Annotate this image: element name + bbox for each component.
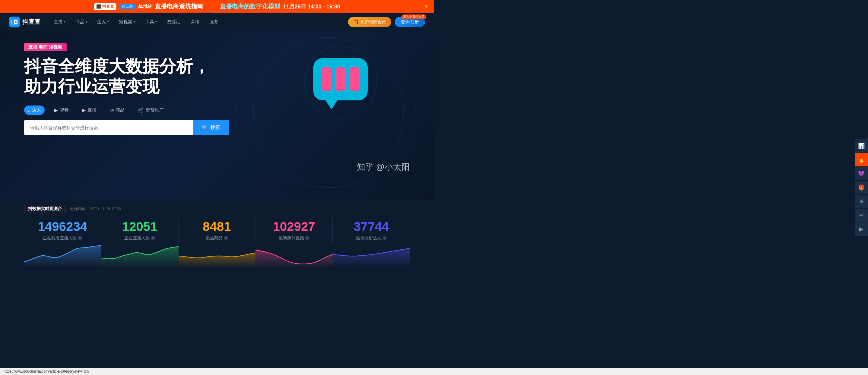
nav-resources[interactable]: 资源汇 <box>162 17 185 27</box>
stat-viral-video-label: 最新飙升视频 ? <box>261 236 326 241</box>
hot-product-help-icon[interactable]: ? <box>224 236 228 240</box>
watermark: 知乎 @小太阳 <box>357 161 410 173</box>
nav-tools[interactable]: 工具 ▾ <box>141 17 161 27</box>
hero-section: 直播 电商 短视频 抖音全维度大数据分析， 助力行业运营变现 ♪ 达人 ▶ 视频… <box>0 31 434 200</box>
stat-hot-product: 8481 最热商品 ? <box>179 217 256 244</box>
announce-main: 直播电商避坑指南 <box>155 2 203 10</box>
hero-content: 直播 电商 短视频 抖音全维度大数据分析， 助力行业运营变现 ♪ 达人 ▶ 视频… <box>24 43 235 135</box>
chart-viral <box>255 244 333 268</box>
new-user-badge: 新人免费领会员 <box>401 14 426 19</box>
nav-talent[interactable]: 达人 ▾ <box>93 17 113 27</box>
tab-video[interactable]: ▶ 视频 <box>51 105 72 115</box>
nav-short-video-arrow: ▾ <box>134 20 135 24</box>
svg-rect-5 <box>321 67 332 91</box>
chart-hot-product <box>179 244 256 268</box>
stat-live-number: 12051 <box>107 220 172 233</box>
vip-button[interactable]: 🎁 免费领取会员 <box>348 17 391 27</box>
hero-tags: 直播 电商 短视频 <box>24 43 235 51</box>
announce-logo-icon: ⬛ <box>96 4 101 9</box>
search-box: 🔍 搜索 <box>24 120 229 135</box>
announce-city: 杭州站 <box>138 4 152 9</box>
close-button[interactable]: × <box>425 3 428 10</box>
viral-video-help-icon[interactable]: ? <box>305 236 309 240</box>
charts-row <box>0 244 434 268</box>
promo-tab-icon: 🛒 <box>138 107 144 113</box>
announce-logo: ⬛ 抖查查 <box>94 3 116 10</box>
hero-tag: 直播 电商 短视频 <box>24 43 67 51</box>
live-tab-icon: ▶ <box>82 107 86 113</box>
announce-sep: —— <box>206 3 217 10</box>
stat-fast-grow: 37744 最快涨粉达人 ? <box>333 217 410 244</box>
login-button[interactable]: 登录/注册 新人免费领会员 <box>395 17 425 27</box>
announce-sub: 直播电商的数字化模型 <box>220 2 280 10</box>
stats-grid: 1496234 正在观看直播人数 ? 12051 正在直播人数 ? 8481 最… <box>24 217 410 244</box>
hero-title: 抖音全维度大数据分析， 助力行业运营变现 <box>24 56 235 96</box>
nav-live-arrow: ▾ <box>64 20 65 24</box>
stats-section: 抖数据实时观测台 更新时间： 2020-11-16 12:00 1496234 … <box>0 200 434 244</box>
search-icon: 🔍 <box>202 125 208 130</box>
stat-viewers-number: 1496234 <box>30 220 95 233</box>
viewers-help-icon[interactable]: ? <box>78 236 82 240</box>
talent-tab-icon: ♪ <box>28 107 30 113</box>
chart-fast-grow <box>333 244 410 268</box>
nav-live[interactable]: 直播 ▾ <box>50 17 70 27</box>
stat-fast-grow-label: 最快涨粉达人 ? <box>339 236 404 241</box>
header-actions: 🎁 免费领取会员 登录/注册 新人免费领会员 <box>348 17 425 27</box>
tab-talent[interactable]: ♪ 达人 <box>24 105 44 115</box>
nav-short-video[interactable]: 短视频 ▾ <box>115 17 140 27</box>
nav-talent-arrow: ▾ <box>107 20 109 24</box>
gift-icon: 🎁 <box>353 20 359 24</box>
logo-icon <box>9 17 20 27</box>
stats-title-row: 抖数据实时观测台 更新时间： 2020-11-16 12:00 <box>24 205 410 213</box>
announce-time: 11月26日 14:00 - 16:30 <box>283 3 340 10</box>
header: 抖查查 直播 ▾ 商品 ▾ 达人 ▾ 短视频 ▾ 工具 ▾ 资源汇 课程 服务 <box>0 13 434 31</box>
announce-bar: ⬛ 抖查查 第五期 杭州站 直播电商避坑指南 —— 直播电商的数字化模型 11月… <box>0 0 434 13</box>
search-tabs: ♪ 达人 ▶ 视频 ▶ 直播 ✉ 商品 🛒 带货推广 <box>24 105 235 115</box>
stat-fast-grow-number: 37744 <box>339 220 404 233</box>
stat-viral-video-number: 102927 <box>261 220 326 233</box>
svg-rect-1 <box>12 20 14 24</box>
stats-update: 更新时间： 2020-11-16 12:00 <box>69 206 121 212</box>
stats-title-badge: 抖数据实时观测台 <box>24 205 66 213</box>
chart-live <box>101 244 179 268</box>
hero-mascot <box>301 43 380 122</box>
announce-edition: 第五期 <box>119 4 135 9</box>
goods-tab-icon: ✉ <box>110 107 114 113</box>
stat-viewers-label: 正在观看直播人数 ? <box>30 236 95 241</box>
logo[interactable]: 抖查查 <box>9 17 40 27</box>
tab-promotion[interactable]: 🛒 带货推广 <box>134 105 167 115</box>
stat-hot-product-number: 8481 <box>185 220 249 233</box>
nav-menu: 直播 ▾ 商品 ▾ 达人 ▾ 短视频 ▾ 工具 ▾ 资源汇 课程 服务 <box>50 17 348 27</box>
search-button[interactable]: 🔍 搜索 <box>193 120 229 135</box>
stat-live: 12051 正在直播人数 ? <box>101 217 179 244</box>
stat-viewers: 1496234 正在观看直播人数 ? <box>24 217 101 244</box>
logo-text: 抖查查 <box>22 18 40 26</box>
svg-rect-6 <box>335 67 346 91</box>
nav-tools-arrow: ▾ <box>155 20 157 24</box>
nav-product-arrow: ▾ <box>86 20 87 24</box>
tab-live[interactable]: ▶ 直播 <box>79 105 100 115</box>
nav-product[interactable]: 商品 ▾ <box>71 17 91 27</box>
svg-point-2 <box>15 21 17 23</box>
tab-goods[interactable]: ✉ 商品 <box>106 105 128 115</box>
fast-grow-help-icon[interactable]: ? <box>382 236 386 240</box>
nav-service[interactable]: 服务 <box>205 17 223 27</box>
chart-viewers <box>24 244 101 268</box>
stat-hot-product-label: 最热商品 ? <box>185 236 249 241</box>
announce-logo-text: 抖查查 <box>102 4 114 9</box>
stat-viral-video: 102927 最新飙升视频 ? <box>255 217 333 244</box>
svg-rect-7 <box>349 67 360 91</box>
svg-marker-8 <box>326 100 338 110</box>
video-tab-icon: ▶ <box>54 107 58 113</box>
live-help-icon[interactable]: ? <box>151 236 155 240</box>
nav-courses[interactable]: 课程 <box>186 17 204 27</box>
search-input[interactable] <box>24 120 193 135</box>
stat-live-label: 正在直播人数 ? <box>107 236 172 241</box>
